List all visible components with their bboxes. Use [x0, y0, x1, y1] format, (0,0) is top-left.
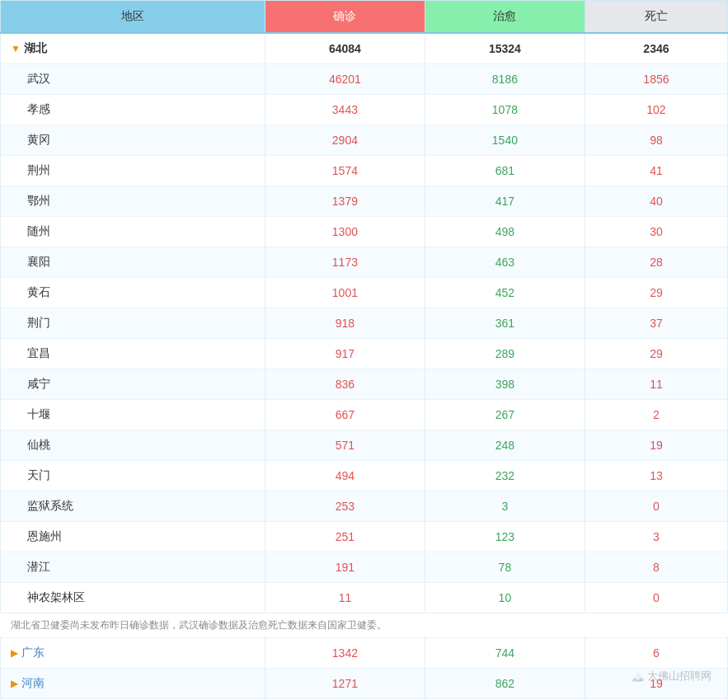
sub-region-deaths: 98 — [585, 125, 727, 156]
sub-region-confirmed: 1574 — [265, 156, 425, 186]
note-row: 湖北省卫健委尚未发布昨日确诊数据，武汉确诊数据及治愈死亡数据来自国家卫健委。 — [1, 613, 728, 638]
sub-region-confirmed: 11 — [265, 583, 425, 613]
sub-region-cured: 248 — [425, 430, 585, 461]
table-row: 武汉 46201 8186 1856 — [1, 64, 728, 95]
sub-region-deaths: 29 — [585, 339, 727, 369]
covid-table: 地区 确诊 治愈 死亡 ▼湖北 64084 15324 2346 武汉 4620… — [0, 0, 728, 699]
sub-region-deaths: 41 — [585, 156, 727, 186]
sub-region-name: 黄石 — [1, 278, 265, 308]
sub-region-name: 宜昌 — [1, 339, 265, 369]
sub-region-deaths: 1856 — [585, 64, 727, 95]
sub-region-cured: 1540 — [425, 125, 585, 156]
sub-region-name: 荆州 — [1, 156, 265, 186]
sub-region-name: 荆门 — [1, 308, 265, 339]
hubei-region: ▼湖北 — [1, 33, 265, 64]
sub-region-name: 仙桃 — [1, 430, 265, 461]
table-row: 随州 1300 498 30 — [1, 217, 728, 247]
table-row: 十堰 667 267 2 — [1, 400, 728, 430]
province-cured: 744 — [425, 638, 585, 669]
province-name: ▶广东 — [1, 638, 265, 669]
table-row: 宜昌 917 289 29 — [1, 339, 728, 369]
sub-region-confirmed: 918 — [265, 308, 425, 339]
sub-region-confirmed: 253 — [265, 491, 425, 522]
sub-region-name: 恩施州 — [1, 522, 265, 552]
table-row: 黄冈 2904 1540 98 — [1, 125, 728, 156]
table-row: 孝感 3443 1078 102 — [1, 95, 728, 125]
province-confirmed: 1342 — [265, 638, 425, 669]
table-row: 荆门 918 361 37 — [1, 308, 728, 339]
sub-region-cured: 1078 — [425, 95, 585, 125]
expand-icon[interactable]: ▶ — [11, 647, 18, 659]
sub-region-deaths: 0 — [585, 583, 727, 613]
table-row: 天门 494 232 13 — [1, 461, 728, 491]
sub-region-deaths: 30 — [585, 217, 727, 247]
sub-region-confirmed: 3443 — [265, 95, 425, 125]
sub-region-deaths: 0 — [585, 491, 727, 522]
table-row: 荆州 1574 681 41 — [1, 156, 728, 186]
sub-region-confirmed: 2904 — [265, 125, 425, 156]
header-confirmed: 确诊 — [265, 1, 425, 34]
sub-region-name: 襄阳 — [1, 247, 265, 278]
province-row: ▶河南 1271 862 19 — [1, 669, 728, 699]
sub-region-cured: 452 — [425, 278, 585, 308]
province-confirmed: 1271 — [265, 669, 425, 699]
province-name: ▶河南 — [1, 669, 265, 699]
expand-icon[interactable]: ▶ — [11, 678, 18, 689]
sub-region-name: 十堰 — [1, 400, 265, 430]
sub-region-cured: 3 — [425, 491, 585, 522]
table-row: 神农架林区 11 10 0 — [1, 583, 728, 613]
sub-region-name: 监狱系统 — [1, 491, 265, 522]
sub-region-cured: 498 — [425, 217, 585, 247]
sub-region-cured: 232 — [425, 461, 585, 491]
sub-region-confirmed: 1173 — [265, 247, 425, 278]
sub-region-name: 咸宁 — [1, 369, 265, 400]
sub-region-cured: 78 — [425, 552, 585, 583]
sub-region-deaths: 8 — [585, 552, 727, 583]
sub-region-cured: 123 — [425, 522, 585, 552]
sub-region-name: 鄂州 — [1, 186, 265, 217]
sub-region-confirmed: 571 — [265, 430, 425, 461]
hubei-confirmed: 64084 — [265, 33, 425, 64]
province-deaths: 6 — [585, 638, 727, 669]
sub-region-deaths: 2 — [585, 400, 727, 430]
sub-region-cured: 361 — [425, 308, 585, 339]
note-text: 湖北省卫健委尚未发布昨日确诊数据，武汉确诊数据及治愈死亡数据来自国家卫健委。 — [1, 613, 728, 638]
sub-region-deaths: 19 — [585, 430, 727, 461]
table-row: 襄阳 1173 463 28 — [1, 247, 728, 278]
sub-region-deaths: 37 — [585, 308, 727, 339]
main-container: 地区 确诊 治愈 死亡 ▼湖北 64084 15324 2346 武汉 4620… — [0, 0, 728, 699]
header-deaths: 死亡 — [585, 1, 727, 34]
sub-region-deaths: 13 — [585, 461, 727, 491]
table-row: 咸宁 836 398 11 — [1, 369, 728, 400]
sub-region-cured: 681 — [425, 156, 585, 186]
table-row: 恩施州 251 123 3 — [1, 522, 728, 552]
sub-region-cured: 267 — [425, 400, 585, 430]
sub-region-confirmed: 191 — [265, 552, 425, 583]
sub-region-deaths: 3 — [585, 522, 727, 552]
sub-region-deaths: 102 — [585, 95, 727, 125]
sub-region-name: 武汉 — [1, 64, 265, 95]
province-row: ▶广东 1342 744 6 — [1, 638, 728, 669]
sub-region-confirmed: 836 — [265, 369, 425, 400]
sub-region-cured: 417 — [425, 186, 585, 217]
sub-region-deaths: 28 — [585, 247, 727, 278]
sub-region-confirmed: 917 — [265, 339, 425, 369]
hubei-deaths: 2346 — [585, 33, 727, 64]
province-cured: 862 — [425, 669, 585, 699]
sub-region-deaths: 29 — [585, 278, 727, 308]
sub-region-name: 孝感 — [1, 95, 265, 125]
sub-region-confirmed: 1300 — [265, 217, 425, 247]
hubei-row: ▼湖北 64084 15324 2346 — [1, 33, 728, 64]
sub-region-cured: 8186 — [425, 64, 585, 95]
table-row: 仙桃 571 248 19 — [1, 430, 728, 461]
table-row: 鄂州 1379 417 40 — [1, 186, 728, 217]
sub-region-cured: 289 — [425, 339, 585, 369]
sub-region-confirmed: 1001 — [265, 278, 425, 308]
sub-region-confirmed: 667 — [265, 400, 425, 430]
sub-region-cured: 463 — [425, 247, 585, 278]
sub-region-cured: 398 — [425, 369, 585, 400]
header-cured: 治愈 — [425, 1, 585, 34]
sub-region-confirmed: 46201 — [265, 64, 425, 95]
sub-region-name: 天门 — [1, 461, 265, 491]
expand-icon[interactable]: ▼ — [11, 43, 21, 54]
